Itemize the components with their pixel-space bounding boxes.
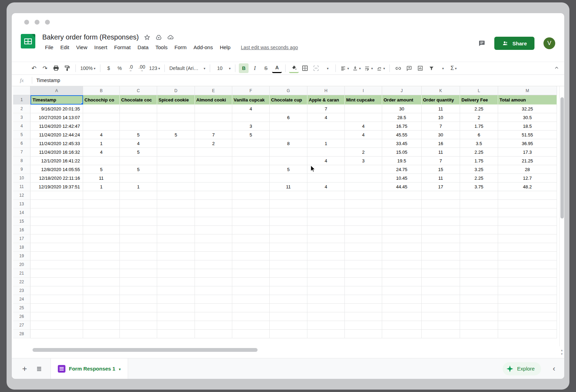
cell-K6[interactable]: 16: [422, 139, 460, 148]
menu-form[interactable]: Form: [172, 43, 189, 51]
cell-J18[interactable]: [382, 243, 422, 252]
row-number-13[interactable]: 13: [13, 200, 30, 208]
row-number-7[interactable]: 7: [13, 148, 30, 157]
cell-J16[interactable]: [382, 226, 422, 234]
cell-D16[interactable]: [157, 226, 195, 234]
cell-I15[interactable]: [345, 217, 382, 226]
cell-C17[interactable]: [120, 234, 157, 243]
row-number-12[interactable]: 12: [13, 191, 30, 200]
cell-H12[interactable]: [307, 191, 345, 200]
cell-D4[interactable]: [157, 122, 195, 131]
cell-E4[interactable]: [195, 122, 232, 131]
cell-J11[interactable]: 44.45: [382, 182, 422, 191]
cell-C7[interactable]: 5: [120, 148, 157, 157]
cell-H21[interactable]: [307, 269, 345, 278]
cell-G2[interactable]: [270, 105, 307, 113]
cell-B15[interactable]: [83, 217, 120, 226]
cell-M8[interactable]: 21.25: [498, 157, 557, 165]
cell-B8[interactable]: [83, 157, 120, 165]
cell-D18[interactable]: [157, 243, 195, 252]
row-number-20[interactable]: 20: [13, 260, 30, 269]
collapse-panel-chevron[interactable]: [553, 364, 555, 373]
cell-E10[interactable]: [195, 174, 232, 182]
cell-H27[interactable]: [307, 321, 345, 330]
cell-M6[interactable]: 36.95: [498, 139, 557, 148]
cell-G16[interactable]: [270, 226, 307, 234]
format-percent-button[interactable]: %: [115, 63, 125, 73]
comment-history-icon[interactable]: [478, 40, 485, 47]
row-number-25[interactable]: 25: [13, 304, 30, 312]
cell-C1[interactable]: Chocolate coc: [120, 95, 157, 105]
cell-F19[interactable]: [232, 252, 270, 260]
menu-edit[interactable]: Edit: [57, 43, 72, 51]
cell-D2[interactable]: [157, 105, 195, 113]
cell-M2[interactable]: 32.25: [498, 105, 557, 113]
cell-G18[interactable]: [270, 243, 307, 252]
cell-F1[interactable]: Vanilla cupcak: [232, 95, 270, 105]
cell-G11[interactable]: 11: [270, 182, 307, 191]
row-number-1[interactable]: 1: [13, 95, 30, 105]
cell-M12[interactable]: [498, 191, 557, 200]
cell-B20[interactable]: [83, 260, 120, 269]
cell-H13[interactable]: [307, 200, 345, 208]
cell-M7[interactable]: 17.3: [498, 148, 557, 157]
cell-L17[interactable]: [460, 234, 498, 243]
cell-J7[interactable]: 15.05: [382, 148, 422, 157]
cell-K12[interactable]: [422, 191, 460, 200]
cell-K20[interactable]: [422, 260, 460, 269]
cell-B24[interactable]: [83, 295, 120, 304]
cell-I11[interactable]: [345, 182, 382, 191]
cell-B23[interactable]: [83, 286, 120, 295]
cell-E7[interactable]: [195, 148, 232, 157]
cell-M13[interactable]: [498, 200, 557, 208]
cell-H2[interactable]: 7: [307, 105, 345, 113]
cell-L1[interactable]: Delivery Fee: [460, 95, 498, 105]
explore-button[interactable]: Explore: [503, 362, 541, 375]
cell-A4[interactable]: 11/24/2020 12:42:47: [30, 122, 83, 131]
close-window-button[interactable]: [24, 20, 29, 25]
cell-K9[interactable]: 15: [422, 165, 460, 174]
cell-D13[interactable]: [157, 200, 195, 208]
cell-E8[interactable]: [195, 157, 232, 165]
cell-D9[interactable]: [157, 165, 195, 174]
cell-A11[interactable]: 12/19/2020 19:37:51: [30, 182, 83, 191]
cell-K22[interactable]: [422, 278, 460, 286]
cell-L5[interactable]: 6: [460, 131, 498, 139]
cell-L9[interactable]: 3.25: [460, 165, 498, 174]
cell-C19[interactable]: [120, 252, 157, 260]
cell-I13[interactable]: [345, 200, 382, 208]
cell-I23[interactable]: [345, 286, 382, 295]
cell-D22[interactable]: [157, 278, 195, 286]
insert-comment-button[interactable]: [404, 63, 414, 73]
cell-A14[interactable]: [30, 208, 83, 217]
horizontal-scrollbar-thumb[interactable]: [33, 348, 258, 352]
cell-H7[interactable]: [307, 148, 345, 157]
cell-M27[interactable]: [498, 321, 557, 330]
column-header-C[interactable]: C: [120, 86, 157, 95]
cell-K14[interactable]: [422, 208, 460, 217]
cell-I16[interactable]: [345, 226, 382, 234]
cell-K3[interactable]: 10: [422, 113, 460, 122]
cell-F14[interactable]: [232, 208, 270, 217]
cell-M25[interactable]: [498, 304, 557, 312]
cell-J9[interactable]: 24.75: [382, 165, 422, 174]
account-avatar[interactable]: V: [543, 37, 555, 49]
cell-B4[interactable]: [83, 122, 120, 131]
cell-G3[interactable]: 6: [270, 113, 307, 122]
cell-E15[interactable]: [195, 217, 232, 226]
cell-D5[interactable]: 5: [157, 131, 195, 139]
cell-G8[interactable]: [270, 157, 307, 165]
cell-H26[interactable]: [307, 312, 345, 321]
cell-A8[interactable]: 12/1/2020 16:41:22: [30, 157, 83, 165]
menu-view[interactable]: View: [73, 43, 90, 51]
cell-D19[interactable]: [157, 252, 195, 260]
cell-F13[interactable]: [232, 200, 270, 208]
cell-C5[interactable]: 5: [120, 131, 157, 139]
italic-button[interactable]: I: [250, 63, 260, 73]
row-number-16[interactable]: 16: [13, 226, 30, 234]
cell-A27[interactable]: [30, 321, 83, 330]
cell-B28[interactable]: [83, 330, 120, 338]
cell-G12[interactable]: [270, 191, 307, 200]
cell-D15[interactable]: [157, 217, 195, 226]
row-number-4[interactable]: 4: [13, 122, 30, 131]
